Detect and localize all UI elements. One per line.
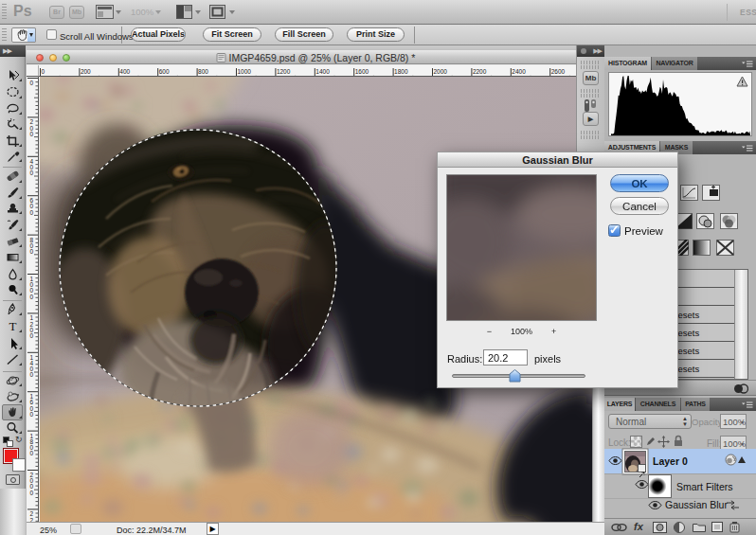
svg-text:0: 0 xyxy=(30,248,34,255)
svg-text:0: 0 xyxy=(30,411,34,418)
svg-text:800: 800 xyxy=(198,68,208,75)
svg-text:0: 0 xyxy=(30,490,34,496)
svg-text:2400: 2400 xyxy=(512,68,526,75)
svg-text:1200: 1200 xyxy=(277,68,291,75)
svg-text:1800: 1800 xyxy=(394,68,408,75)
svg-text:1000: 1000 xyxy=(238,68,252,75)
svg-text:2600: 2600 xyxy=(551,68,566,75)
svg-text:0: 0 xyxy=(30,294,34,300)
svg-text:600: 600 xyxy=(159,68,170,75)
svg-text:2000: 2000 xyxy=(434,68,448,75)
svg-text:1600: 1600 xyxy=(355,68,369,75)
svg-text:0: 0 xyxy=(30,332,34,339)
svg-text:2200: 2200 xyxy=(473,68,487,75)
svg-text:0: 0 xyxy=(30,371,34,378)
svg-text:0: 0 xyxy=(30,169,34,176)
svg-text:0: 0 xyxy=(42,68,45,75)
svg-text:400: 400 xyxy=(119,68,130,75)
svg-text:0: 0 xyxy=(30,450,34,456)
svg-text:T: T xyxy=(9,319,17,333)
svg-text:0: 0 xyxy=(30,80,34,86)
svg-text:0: 0 xyxy=(30,131,34,137)
svg-text:0: 0 xyxy=(30,209,34,216)
svg-text:200: 200 xyxy=(81,68,91,75)
svg-text:1400: 1400 xyxy=(315,68,330,75)
